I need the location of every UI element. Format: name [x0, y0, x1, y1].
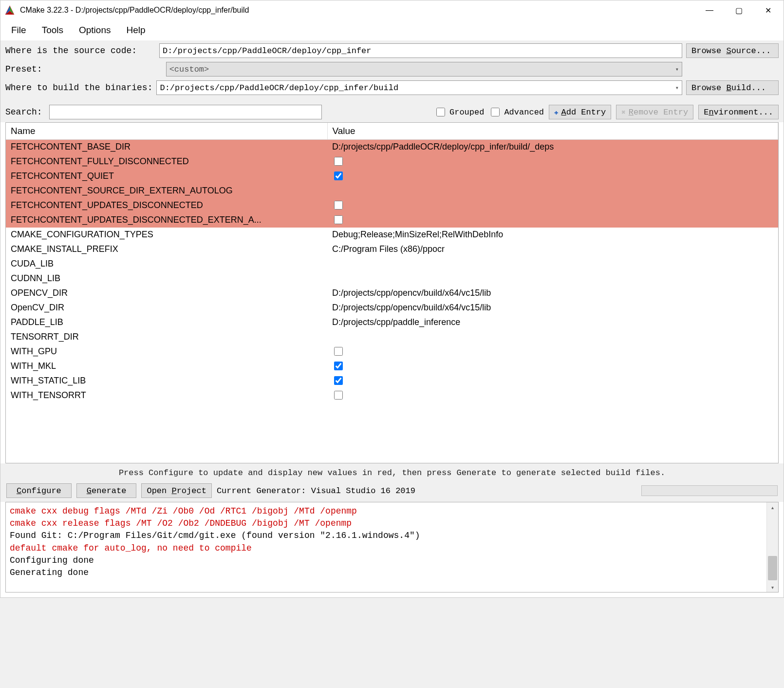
cache-var-value[interactable] — [327, 359, 778, 374]
menu-help[interactable]: Help — [119, 23, 152, 38]
cache-table[interactable]: Name Value FETCHCONTENT_BASE_DIRD:/proje… — [5, 122, 779, 463]
value-checkbox[interactable] — [334, 391, 343, 400]
configure-button[interactable]: Configure — [6, 483, 72, 498]
generate-button[interactable]: Generate — [76, 483, 137, 498]
value-checkbox[interactable] — [334, 362, 343, 370]
cache-var-name[interactable]: CMAKE_CONFIGURATION_TYPES — [6, 228, 327, 242]
table-row[interactable]: WITH_TENSORRT — [6, 388, 778, 403]
menu-file[interactable]: File — [4, 23, 33, 38]
search-input[interactable] — [49, 105, 322, 119]
cache-var-value[interactable]: Debug;Release;MinSizeRel;RelWithDebInfo — [327, 228, 778, 242]
build-input[interactable]: D:/projects/cpp/PaddleOCR/deploy/cpp_inf… — [156, 80, 682, 95]
value-checkbox[interactable] — [334, 172, 343, 180]
table-row[interactable]: WITH_GPU — [6, 344, 778, 359]
table-row[interactable]: CMAKE_INSTALL_PREFIXC:/Program Files (x8… — [6, 242, 778, 257]
preset-combo[interactable]: <custom> ▾ — [166, 62, 682, 76]
cache-var-value[interactable]: D:/projects/cpp/opencv/build/x64/vc15/li… — [327, 301, 778, 315]
scroll-track[interactable] — [767, 512, 778, 582]
advanced-checkbox[interactable]: Advanced — [489, 106, 544, 118]
add-entry-button[interactable]: ✚ Add Entry — [549, 105, 611, 119]
source-label: Where is the source code: — [5, 46, 137, 56]
cache-var-value[interactable]: C:/Program Files (x86)/ppocr — [327, 242, 778, 257]
chevron-down-icon: ▾ — [675, 66, 679, 73]
value-checkbox[interactable] — [334, 376, 343, 385]
cache-var-value[interactable] — [327, 198, 778, 213]
cache-var-name[interactable]: WITH_GPU — [6, 344, 327, 359]
menu-options[interactable]: Options — [72, 23, 117, 38]
table-header-name[interactable]: Name — [6, 123, 327, 140]
table-row[interactable]: CUDNN_LIB — [6, 271, 778, 286]
table-row[interactable]: CMAKE_CONFIGURATION_TYPESDebug;Release;M… — [6, 228, 778, 242]
cache-var-name[interactable]: PADDLE_LIB — [6, 315, 327, 330]
output-line: Configuring done — [10, 555, 94, 565]
table-row[interactable]: FETCHCONTENT_BASE_DIRD:/projects/cpp/Pad… — [6, 140, 778, 154]
table-row[interactable]: FETCHCONTENT_UPDATES_DISCONNECTED_EXTERN… — [6, 213, 778, 228]
maximize-button[interactable]: ▢ — [724, 0, 753, 20]
table-row[interactable]: TENSORRT_DIR — [6, 330, 778, 344]
scroll-thumb[interactable] — [768, 556, 777, 580]
cache-var-value[interactable] — [327, 388, 778, 403]
cache-var-name[interactable]: FETCHCONTENT_QUIET — [6, 169, 327, 184]
table-row[interactable]: FETCHCONTENT_SOURCE_DIR_EXTERN_AUTOLOG — [6, 184, 778, 198]
value-checkbox[interactable] — [334, 201, 343, 210]
output-text[interactable]: cmake cxx debug flags /MTd /Zi /Ob0 /Od … — [6, 502, 766, 592]
table-row[interactable]: OPENCV_DIRD:/projects/cpp/opencv/build/x… — [6, 286, 778, 301]
cache-var-value[interactable] — [327, 257, 778, 271]
cache-var-value[interactable] — [327, 213, 778, 228]
advanced-checkbox-input[interactable] — [491, 108, 500, 116]
menu-tools[interactable]: Tools — [35, 23, 70, 38]
cache-var-value[interactable]: D:/projects/cpp/paddle_inference — [327, 315, 778, 330]
cache-var-value[interactable] — [327, 374, 778, 388]
grouped-checkbox[interactable]: Grouped — [434, 106, 484, 118]
table-row[interactable]: FETCHCONTENT_FULLY_DISCONNECTED — [6, 154, 778, 169]
cache-var-name[interactable]: FETCHCONTENT_UPDATES_DISCONNECTED — [6, 198, 327, 213]
cache-var-name[interactable]: OpenCV_DIR — [6, 301, 327, 315]
remove-entry-button[interactable]: ✖ Remove Entry — [616, 105, 693, 119]
cache-var-name[interactable]: FETCHCONTENT_SOURCE_DIR_EXTERN_AUTOLOG — [6, 184, 327, 198]
open-project-button[interactable]: Open Project — [141, 483, 211, 498]
cache-var-name[interactable]: FETCHCONTENT_FULLY_DISCONNECTED — [6, 154, 327, 169]
output-line: Generating done — [10, 568, 89, 577]
cache-var-name[interactable]: CUDA_LIB — [6, 257, 327, 271]
grouped-checkbox-input[interactable] — [436, 108, 445, 116]
scroll-up-arrow-icon[interactable]: ▴ — [767, 502, 778, 512]
cache-var-value[interactable]: D:/projects/cpp/PaddleOCR/deploy/cpp_inf… — [327, 140, 778, 154]
browse-build-button[interactable]: Browse Build... — [686, 80, 779, 95]
environment-button[interactable]: Environment... — [698, 105, 779, 119]
table-row[interactable]: CUDA_LIB — [6, 257, 778, 271]
cache-var-name[interactable]: FETCHCONTENT_BASE_DIR — [6, 140, 327, 154]
cache-var-name[interactable]: CUDNN_LIB — [6, 271, 327, 286]
minimize-button[interactable]: ― — [695, 0, 724, 20]
source-input[interactable] — [159, 43, 682, 58]
table-row[interactable]: OpenCV_DIRD:/projects/cpp/opencv/build/x… — [6, 301, 778, 315]
table-row[interactable]: FETCHCONTENT_UPDATES_DISCONNECTED — [6, 198, 778, 213]
action-bar: Configure Generate Open Project Current … — [0, 481, 784, 502]
cache-var-name[interactable]: OPENCV_DIR — [6, 286, 327, 301]
table-header-value[interactable]: Value — [327, 123, 778, 140]
value-checkbox[interactable] — [334, 215, 343, 224]
cache-var-name[interactable]: WITH_STATIC_LIB — [6, 374, 327, 388]
plus-icon: ✚ — [554, 108, 558, 116]
cache-var-name[interactable]: FETCHCONTENT_UPDATES_DISCONNECTED_EXTERN… — [6, 213, 327, 228]
cache-var-value[interactable] — [327, 169, 778, 184]
cache-var-name[interactable]: TENSORRT_DIR — [6, 330, 327, 344]
cache-var-value[interactable] — [327, 271, 778, 286]
scroll-down-arrow-icon[interactable]: ▾ — [767, 582, 778, 592]
cache-var-name[interactable]: WITH_TENSORRT — [6, 388, 327, 403]
cache-var-name[interactable]: WITH_MKL — [6, 359, 327, 374]
table-row[interactable]: FETCHCONTENT_QUIET — [6, 169, 778, 184]
table-row[interactable]: WITH_MKL — [6, 359, 778, 374]
browse-source-button[interactable]: Browse Source... — [686, 43, 779, 58]
cache-var-value[interactable] — [327, 154, 778, 169]
value-checkbox[interactable] — [334, 347, 343, 356]
value-checkbox[interactable] — [334, 157, 343, 166]
cache-var-name[interactable]: CMAKE_INSTALL_PREFIX — [6, 242, 327, 257]
scrollbar[interactable]: ▴ ▾ — [766, 502, 778, 592]
cache-var-value[interactable] — [327, 330, 778, 344]
cache-var-value[interactable] — [327, 344, 778, 359]
cache-var-value[interactable] — [327, 184, 778, 198]
table-row[interactable]: PADDLE_LIBD:/projects/cpp/paddle_inferen… — [6, 315, 778, 330]
close-button[interactable]: ✕ — [753, 0, 783, 20]
table-row[interactable]: WITH_STATIC_LIB — [6, 374, 778, 388]
cache-var-value[interactable]: D:/projects/cpp/opencv/build/x64/vc15/li… — [327, 286, 778, 301]
